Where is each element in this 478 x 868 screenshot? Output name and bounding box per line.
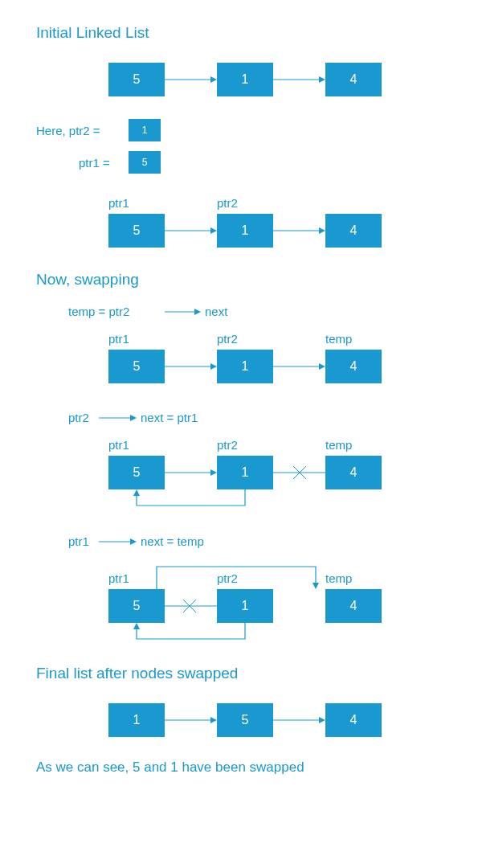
temp-eq-line: temp = ptr2 next bbox=[36, 303, 442, 322]
svg-marker-28 bbox=[133, 623, 140, 629]
heading-swapping: Now, swapping bbox=[36, 271, 442, 289]
heading-final: Final list after nodes swapped bbox=[36, 665, 442, 682]
svg-marker-30 bbox=[210, 717, 217, 723]
conclusion-text: As we can see, 5 and 1 have been swapped bbox=[36, 760, 442, 776]
ptr1-next-line: ptr1 next = temp bbox=[36, 533, 442, 552]
svg-marker-32 bbox=[319, 717, 325, 723]
svg-marker-15 bbox=[130, 415, 137, 421]
svg-marker-17 bbox=[210, 469, 217, 476]
heading-initial: Initial Linked List bbox=[36, 24, 442, 42]
ptr2-next-line: ptr2 next = ptr1 bbox=[36, 409, 442, 428]
diagram-final: 1 5 4 bbox=[36, 697, 442, 745]
svg-marker-5 bbox=[210, 227, 217, 234]
diagram-initial: 5 1 4 bbox=[36, 56, 442, 104]
svg-marker-27 bbox=[313, 583, 319, 589]
small-node-1: 1 bbox=[129, 119, 161, 141]
svg-marker-23 bbox=[130, 538, 137, 545]
svg-marker-7 bbox=[319, 227, 325, 234]
ptr1-eq-label: ptr1 = bbox=[79, 156, 110, 170]
diagram-ptr1-next: ptr1 ptr2 temp 5 1 4 bbox=[36, 562, 442, 650]
svg-marker-11 bbox=[210, 363, 217, 370]
diagram-labeled-1: ptr1 ptr2 5 1 4 bbox=[36, 196, 442, 256]
diagram-ptr2-next: ptr1 ptr2 temp 5 1 4 bbox=[36, 438, 442, 518]
diagram-temp: ptr1 ptr2 temp 5 1 4 bbox=[36, 332, 442, 395]
here-block: Here, ptr2 = 1 ptr1 = 5 bbox=[36, 119, 442, 182]
small-node-5: 5 bbox=[129, 151, 161, 174]
svg-marker-3 bbox=[319, 76, 325, 83]
here-label: Here, ptr2 = bbox=[36, 124, 100, 137]
svg-marker-9 bbox=[194, 309, 201, 315]
svg-marker-1 bbox=[210, 76, 217, 83]
svg-marker-21 bbox=[133, 489, 140, 496]
svg-marker-13 bbox=[319, 363, 325, 370]
